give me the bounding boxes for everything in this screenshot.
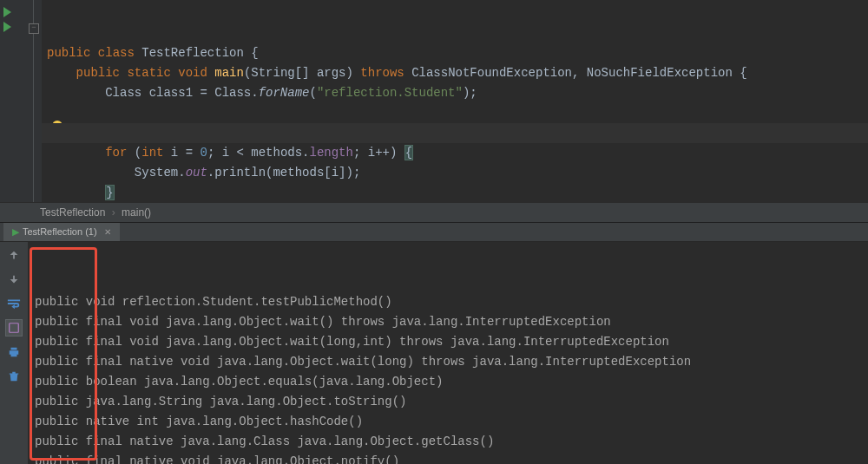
- code-token: (String[] args): [244, 66, 353, 80]
- code-token: length: [310, 146, 353, 160]
- code-token: {: [404, 145, 413, 160]
- code-token: int: [141, 146, 163, 160]
- output-line: public java.lang.String java.lang.Object…: [35, 395, 406, 408]
- fold-toggle-icon[interactable]: −: [29, 23, 39, 34]
- code-token: {: [740, 66, 746, 80]
- run-tabs: ▶ TestReflection (1) ✕: [0, 223, 868, 242]
- output-line: public final native void java.lang.Objec…: [35, 454, 399, 464]
- code-token: .println(methods[i]);: [207, 166, 360, 180]
- down-arrow-icon[interactable]: [6, 271, 22, 287]
- code-token: ; i < methods.: [207, 146, 310, 160]
- svg-rect-0: [10, 323, 19, 333]
- code-token: forName: [259, 86, 310, 100]
- output-line: public void reflection.Student.testPubli…: [35, 295, 392, 309]
- code-token: public: [47, 46, 90, 60]
- output-line: public final void java.lang.Object.wait(…: [35, 315, 611, 329]
- print-icon[interactable]: [6, 344, 22, 360]
- code-token: "reflection.Student": [317, 86, 463, 100]
- code-token: out: [186, 166, 207, 180]
- code-token: (: [135, 146, 141, 160]
- run-main-icon[interactable]: [3, 22, 11, 32]
- code-token: ClassNotFoundException: [411, 66, 572, 80]
- code-token: static: [127, 66, 170, 80]
- code-token: ; i++): [353, 146, 404, 160]
- breadcrumb-item[interactable]: main(): [122, 206, 151, 219]
- tab-label: TestReflection (1): [23, 223, 97, 241]
- code-token: for: [105, 146, 127, 160]
- scroll-to-end-icon[interactable]: [6, 320, 22, 336]
- code-token: 0: [200, 146, 207, 160]
- code-token: class: [98, 46, 135, 60]
- run-class-icon[interactable]: [3, 7, 11, 17]
- output-line: public final void java.lang.Object.wait(…: [35, 335, 669, 349]
- close-icon[interactable]: ✕: [104, 223, 111, 241]
- code-token: Class class1 = Class.: [105, 86, 258, 100]
- gutter: −: [0, 0, 42, 202]
- code-token: System.: [135, 166, 186, 180]
- code-token: }: [105, 185, 114, 200]
- code-token: main: [214, 66, 244, 80]
- soft-wrap-icon[interactable]: [6, 296, 22, 311]
- trash-icon[interactable]: [6, 369, 22, 384]
- output-line: public native int java.lang.Object.hashC…: [35, 415, 363, 428]
- code-token: public: [76, 66, 120, 80]
- code-token: void: [178, 66, 207, 80]
- code-token: );: [463, 86, 477, 100]
- annotation-box: [30, 247, 97, 461]
- chevron-right-icon: ›: [112, 206, 115, 219]
- code-token: TestReflection: [141, 46, 244, 60]
- code-editor[interactable]: − public class TestReflection { public s…: [0, 0, 868, 202]
- code-token: (: [309, 86, 316, 100]
- code-token: throws: [360, 66, 404, 80]
- console-toolbar: [0, 242, 28, 464]
- code-area[interactable]: public class TestReflection { public sta…: [42, 0, 868, 202]
- console-output[interactable]: public void reflection.Student.testPubli…: [28, 242, 868, 464]
- console: public void reflection.Student.testPubli…: [0, 242, 868, 464]
- output-line: public final native void java.lang.Objec…: [35, 355, 691, 369]
- output-line: public final native java.lang.Class java…: [35, 435, 494, 448]
- code-token: NoSuchFieldException: [587, 66, 733, 80]
- up-arrow-icon[interactable]: [6, 247, 22, 263]
- tab-run-icon: ▶: [12, 223, 19, 241]
- code-token: {: [251, 46, 258, 60]
- code-token: i =: [163, 146, 200, 160]
- output-line: public boolean java.lang.Object.equals(j…: [35, 375, 443, 389]
- breadcrumb: TestReflection › main(): [0, 202, 868, 223]
- run-tab[interactable]: ▶ TestReflection (1) ✕: [3, 223, 120, 241]
